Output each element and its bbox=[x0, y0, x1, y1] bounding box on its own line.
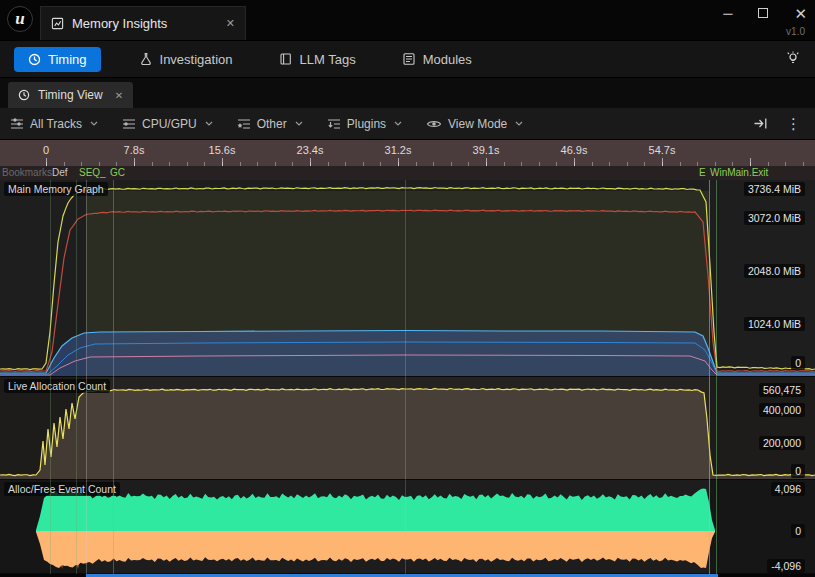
tab-timing-view[interactable]: Timing View ✕ bbox=[8, 82, 133, 108]
time-marker-label: WinMain.Exit bbox=[710, 167, 768, 178]
main-toolbar: Timing Investigation LLM Tags Modules bbox=[0, 40, 815, 78]
chevron-down-icon bbox=[515, 121, 523, 126]
llm-tags-label: LLM Tags bbox=[300, 52, 356, 67]
eye-icon bbox=[426, 118, 442, 130]
ruler-major-ticks bbox=[46, 158, 815, 166]
version-label: v1.0 bbox=[786, 26, 805, 37]
chevron-down-icon bbox=[295, 121, 303, 126]
view-mode-dropdown[interactable]: View Mode bbox=[426, 117, 523, 131]
plugins-filter-icon bbox=[327, 118, 341, 130]
committed-blue-area-area bbox=[0, 331, 815, 377]
maximize-button[interactable] bbox=[758, 4, 768, 24]
tracks-area: Main Memory Graph3736.4 MiB3072.0 MiB204… bbox=[0, 180, 815, 574]
all-tracks-label: All Tracks bbox=[30, 117, 82, 131]
modules-icon bbox=[402, 52, 416, 66]
document-tab-memory-insights[interactable]: Memory Insights ✕ bbox=[40, 6, 246, 40]
modules-button[interactable]: Modules bbox=[394, 47, 480, 72]
timing-button[interactable]: Timing bbox=[14, 47, 101, 72]
time-marker-label: GC bbox=[110, 167, 125, 178]
time-ruler[interactable]: 07.8s15.6s23.4s31.2s39.1s46.9s54.7s bbox=[0, 140, 815, 166]
title-bar: u Memory Insights ✕ ─ ✕ v1.0 bbox=[0, 0, 815, 40]
chevron-down-icon bbox=[90, 121, 98, 126]
investigation-label: Investigation bbox=[160, 52, 233, 67]
close-button[interactable]: ✕ bbox=[794, 4, 807, 24]
view-tab-bar: Timing View ✕ bbox=[0, 78, 815, 108]
tracks-filter-icon bbox=[10, 118, 24, 130]
ruler-tick-label: 15.6s bbox=[209, 144, 236, 156]
investigation-button[interactable]: Investigation bbox=[131, 47, 241, 72]
tab-close-icon[interactable]: ✕ bbox=[226, 17, 235, 30]
ruler-tick-label: 46.9s bbox=[561, 144, 588, 156]
ruler-tick-label: 23.4s bbox=[297, 144, 324, 156]
more-options-icon[interactable]: ⋮ bbox=[786, 117, 801, 131]
cpu-gpu-label: CPU/GPU bbox=[142, 117, 197, 131]
other-dropdown[interactable]: Other bbox=[237, 117, 303, 131]
timing-label: Timing bbox=[48, 52, 87, 67]
time-marker-label: E bbox=[699, 167, 706, 178]
track-main-memory-graph[interactable]: Main Memory Graph3736.4 MiB3072.0 MiB204… bbox=[0, 180, 815, 377]
ruler-tick-label: 0 bbox=[43, 144, 49, 156]
tab-close-icon[interactable]: ✕ bbox=[115, 90, 123, 101]
ruler-tick-label: 54.7s bbox=[649, 144, 676, 156]
ruler-tick-label: 39.1s bbox=[473, 144, 500, 156]
chevron-down-icon bbox=[205, 121, 213, 126]
track-live-allocation-count[interactable]: Live Allocation Count560,475400,000200,0… bbox=[0, 377, 815, 480]
modules-label: Modules bbox=[423, 52, 472, 67]
llm-tags-button[interactable]: LLM Tags bbox=[271, 47, 364, 72]
minimize-button[interactable]: ─ bbox=[723, 4, 732, 24]
unreal-insights-logo-icon: u bbox=[7, 6, 33, 32]
live-alloc-area-area bbox=[0, 388, 815, 479]
cpu-gpu-dropdown[interactable]: CPU/GPU bbox=[122, 117, 213, 131]
cpu-gpu-filter-icon bbox=[122, 118, 136, 130]
other-filter-icon bbox=[237, 118, 251, 130]
time-markers-row[interactable]: BookmarksDefSEQ_GCEWinMain.Exit bbox=[0, 166, 815, 180]
tab-timing-view-label: Timing View bbox=[38, 88, 103, 102]
book-icon bbox=[279, 52, 293, 66]
filter-toolbar: All Tracks CPU/GPU Other Plugins bbox=[0, 108, 815, 140]
document-tab-title: Memory Insights bbox=[72, 16, 167, 31]
jump-to-end-icon[interactable] bbox=[753, 117, 768, 130]
time-marker-label: Bookmarks bbox=[2, 167, 52, 178]
clock-icon bbox=[28, 53, 41, 66]
time-marker-label: SEQ_ bbox=[79, 167, 106, 178]
lamp-icon[interactable] bbox=[785, 51, 801, 67]
clock-icon bbox=[18, 89, 30, 101]
plugins-dropdown[interactable]: Plugins bbox=[327, 117, 402, 131]
all-tracks-dropdown[interactable]: All Tracks bbox=[10, 117, 98, 131]
track-alloc-free-event-count[interactable]: Alloc/Free Event Count4,0960-4,096 bbox=[0, 480, 815, 574]
time-marker-label: Def bbox=[52, 167, 68, 178]
other-label: Other bbox=[257, 117, 287, 131]
memory-insights-window: u Memory Insights ✕ ─ ✕ v1.0 Timing bbox=[0, 0, 815, 577]
flask-icon bbox=[139, 52, 153, 66]
ruler-tick-label: 7.8s bbox=[124, 144, 145, 156]
ruler-tick-label: 31.2s bbox=[385, 144, 412, 156]
plugins-label: Plugins bbox=[347, 117, 386, 131]
memory-insights-icon bbox=[51, 17, 64, 30]
maximize-icon bbox=[758, 8, 768, 18]
view-mode-label: View Mode bbox=[448, 117, 507, 131]
chevron-down-icon bbox=[394, 121, 402, 126]
